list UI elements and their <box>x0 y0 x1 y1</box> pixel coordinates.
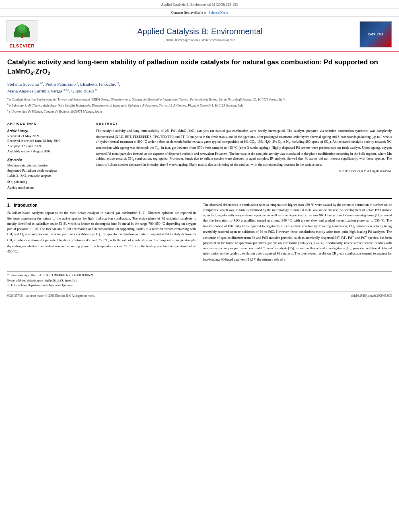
elsevier-logo: ELSEVIER <box>4 20 40 48</box>
article-info-label: ARTICLE INFO <box>7 121 88 126</box>
copyright-line: © 2009 Elsevier B.V. All rights reserved… <box>96 169 392 174</box>
affiliation-c: c c Universidad de Málaga, Campus de Tea… <box>7 109 392 114</box>
article-footer: 0926-3373/$ – see front matter © 2009 El… <box>7 291 392 298</box>
article-content: Catalytic activity and long-term stabili… <box>0 52 399 302</box>
footnote-3: 1 On leave from Departamento de Ingenier… <box>7 283 392 288</box>
body-two-col: 1. Introduction Palladium based catalyst… <box>7 202 392 265</box>
svg-point-3 <box>19 24 25 31</box>
abstract-section: ABSTRACT The catalytic activity and long… <box>96 121 392 193</box>
footnote-1: * Corresponding author. Tel.: +39 011 09… <box>7 273 392 278</box>
body-right-col: The observed differences in combustion r… <box>203 202 392 265</box>
elsevier-wordmark: ELSEVIER <box>10 43 35 48</box>
svg-rect-4 <box>21 35 23 38</box>
divider-after-affiliations <box>7 118 392 118</box>
journal-homepage: journal homepage: www.elsevier.com/locat… <box>40 38 360 42</box>
keyword-5: Ageing mechanism <box>7 185 88 190</box>
science-direct-bar: Contents lists available at ScienceDirec… <box>0 8 399 17</box>
catalysis-logo-box: CATALYSIS <box>360 21 392 47</box>
body-divider <box>7 198 392 199</box>
available-online-date: Available online 7 August 2009 <box>7 149 88 154</box>
body-left-text: Palladium based catalysts appear to be t… <box>7 210 196 254</box>
keywords-group: Keywords: Methane catalytic combustion S… <box>7 157 88 190</box>
affiliation-a: a a Catalytic Reaction Engineering for E… <box>7 97 392 102</box>
abstract-text: The catalytic activity and long-term sta… <box>96 128 392 167</box>
contents-label: Contents lists available at <box>171 10 206 14</box>
science-direct-link[interactable]: ScienceDirect <box>209 10 228 14</box>
body-right-text: The observed differences in combustion r… <box>203 202 392 262</box>
journal-top-header: Applied Catalysis B: Environmental 92 (2… <box>0 0 399 8</box>
article-history-group: Article history: Received 21 May 2009 Re… <box>7 128 88 154</box>
journal-citation: Applied Catalysis B: Environmental 92 (2… <box>161 2 238 6</box>
article-info-section: ARTICLE INFO Article history: Received 2… <box>7 121 88 193</box>
catalysis-logo-label: CATALYSIS <box>368 33 383 36</box>
journal-title: Applied Catalysis B: Environmental <box>40 27 360 36</box>
footnote-2: E-mail address: stefania.specchia@polito… <box>7 279 392 283</box>
keyword-3: LaMnO3-ZrO2 catalytic support <box>7 173 88 179</box>
footnotes-area: * Corresponding author. Tel.: +39 011 09… <box>7 271 392 288</box>
received-revised-date: Received in revised form 28 July 2009 <box>7 138 88 144</box>
abstract-label: ABSTRACT <box>96 121 392 126</box>
keyword-1: Methane catalytic combustion <box>7 163 88 168</box>
keywords-label: Keywords: <box>7 157 88 162</box>
body-left-col: 1. Introduction Palladium based catalyst… <box>7 202 196 265</box>
affiliation-b: b b Laboratorio di Chimica delle Superfi… <box>7 103 392 108</box>
accepted-date: Accepted 3 August 2009 <box>7 144 88 149</box>
keywords-list: Methane catalytic combustion Supported P… <box>7 163 88 190</box>
article-info-abstract-row: ARTICLE INFO Article history: Received 2… <box>7 121 392 193</box>
keyword-2: Supported Palladium oxide catalysts <box>7 168 88 173</box>
doi-line: doi:10.1016/j.apcatb.2009.08.005 <box>351 294 392 298</box>
keyword-4: SO2 poisoning <box>7 179 88 185</box>
elsevier-logo-box <box>6 20 38 42</box>
intro-paragraph-2: The observed differences in combustion r… <box>203 202 392 262</box>
authors: Stefania Specchia a,*, Pietro Palmisano … <box>7 81 392 94</box>
affiliations: a a Catalytic Reaction Engineering for E… <box>7 97 392 114</box>
journal-header: ELSEVIER Applied Catalysis B: Environmen… <box>0 17 399 52</box>
article-title: Catalytic activity and long-term stabili… <box>7 58 392 77</box>
history-label: Article history: <box>7 128 88 134</box>
intro-paragraph-1: Palladium based catalysts appear to be t… <box>7 210 196 254</box>
journal-title-center: Applied Catalysis B: Environmental journ… <box>40 27 360 42</box>
received-date: Received 21 May 2009 <box>7 134 88 139</box>
issn-line: 0926-3373/$ – see front matter © 2009 El… <box>7 294 95 298</box>
section1-title: 1. Introduction <box>7 202 196 209</box>
